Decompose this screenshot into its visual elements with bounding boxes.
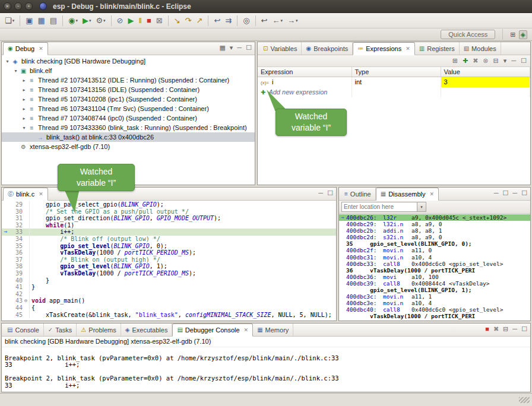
debug-view-menu-icon[interactable]: ▾ <box>230 45 233 51</box>
skip-all-breakpoints-button[interactable]: ⊘ <box>115 14 125 27</box>
expressions-view-menu-icon[interactable]: ▾ <box>504 58 507 64</box>
tab-disassembly[interactable]: ▦Disassembly✕ <box>376 188 439 201</box>
collapsed-arrow-icon[interactable]: ▸ <box>21 116 27 121</box>
tree-item[interactable]: →blink_task() at blink.c:33 0x400dbc26 <box>2 132 255 142</box>
instruction-stepping-button[interactable]: ⇉ <box>223 14 233 27</box>
back-button[interactable]: ←▾ <box>270 14 284 27</box>
remove-launch-icon[interactable]: ✖ <box>493 326 499 332</box>
tab-breakpoints[interactable]: ◉Breakpoints <box>302 42 353 55</box>
debug-perspective-icon[interactable]: ◈ <box>519 30 527 39</box>
collapsed-arrow-icon[interactable]: ▸ <box>21 97 27 102</box>
column-expression[interactable]: Expression <box>258 67 352 77</box>
tree-item[interactable]: ▸≡Thread #7 1073408744 (ipc0) (Suspended… <box>2 113 255 123</box>
maximize-icon[interactable]: ☐ <box>521 190 527 196</box>
minimize-icon[interactable]: ─ <box>237 45 242 51</box>
drop-to-frame-button[interactable]: ↩ <box>212 14 222 27</box>
tree-item[interactable]: ▸≡Thread #3 1073413156 (IDLE) (Suspended… <box>2 85 255 94</box>
tab-registers[interactable]: ▥Registers <box>415 42 460 55</box>
tree-item[interactable]: ▾◈blink checking [GDB Hardware Debugging… <box>2 56 255 66</box>
open-perspective-icon[interactable]: ⊞ <box>510 31 515 38</box>
close-icon[interactable]: ✕ <box>39 191 43 197</box>
window-maximize-button[interactable]: + <box>25 2 33 10</box>
run-button[interactable]: ▶▾ <box>81 14 93 27</box>
collapsed-arrow-icon[interactable]: ▸ <box>21 78 27 83</box>
remove-all-icon[interactable]: ⊗ <box>483 58 488 64</box>
add-watch-icon[interactable]: ✚ <box>463 58 468 64</box>
window-minimize-button[interactable]: − <box>14 2 22 10</box>
window-close-button[interactable]: ✕ <box>4 2 11 10</box>
tab-memory[interactable]: ▦Memory <box>253 323 293 336</box>
external-tools-button[interactable]: ⚙▾ <box>94 14 107 27</box>
collapse-all-icon[interactable]: ⊟ <box>493 58 499 64</box>
tab-problems[interactable]: ⚠Problems <box>77 323 121 336</box>
close-icon[interactable]: ✕ <box>244 327 249 333</box>
print-button[interactable]: ▤ <box>48 14 59 27</box>
tab-modules[interactable]: ▧Modules <box>460 42 501 55</box>
disassembly-listing[interactable]: →400dbc26:l32ra9, 0x400d045c <_stext+109… <box>339 214 530 321</box>
expanded-arrow-icon[interactable]: ▾ <box>12 68 19 74</box>
maximize-icon[interactable]: ☐ <box>502 190 508 196</box>
minimize-icon[interactable]: ─ <box>511 58 516 64</box>
terminate-console-icon[interactable]: ■ <box>485 326 489 332</box>
tree-item[interactable]: ▸≡Thread #5 1073410208 (ipc1) (Suspended… <box>2 94 255 104</box>
column-type[interactable]: Type <box>352 67 441 77</box>
collapsed-arrow-icon[interactable]: ▸ <box>21 87 27 93</box>
step-return-button[interactable]: ↗ <box>194 14 204 27</box>
close-icon[interactable]: ✕ <box>39 46 43 52</box>
tab-outline[interactable]: ≡Outline <box>340 188 376 200</box>
maximize-icon[interactable]: ☐ <box>246 45 252 51</box>
step-into-button[interactable]: ↘ <box>172 14 182 27</box>
remove-selected-icon[interactable]: ✖ <box>473 58 478 64</box>
code-editor[interactable]: 29 gpio_pad_select_gpio(BLINK_GPIO);30 /… <box>2 201 336 321</box>
minimize-icon[interactable]: ─ <box>318 190 323 196</box>
tab-tasks[interactable]: ✓Tasks <box>44 323 77 336</box>
clear-console-icon[interactable]: ⊟ <box>503 326 508 332</box>
add-expression-row[interactable]: ✚Add new expression <box>258 87 530 97</box>
step-over-button[interactable]: ↷ <box>183 14 194 27</box>
expression-row[interactable]: (x)=i int 3 <box>258 77 530 87</box>
close-icon[interactable]: ✕ <box>406 46 410 52</box>
search-button[interactable]: ◎ <box>241 14 251 27</box>
tab-executables[interactable]: ◈Executables <box>121 323 173 336</box>
debug-view-layout-icon[interactable]: ▦ <box>219 45 225 51</box>
save-button[interactable]: ▣ <box>24 14 34 27</box>
resume-button[interactable]: ▶ <box>126 14 136 27</box>
tab-expressions[interactable]: ≔Expressions✕ <box>353 42 414 55</box>
quick-access-button[interactable]: Quick Access <box>441 30 495 39</box>
tab-debug[interactable]: ◉ Debug ✕ <box>3 42 48 55</box>
forward-button[interactable]: →▾ <box>286 14 300 27</box>
tree-item[interactable]: ▾▣blink.elf <box>2 66 255 75</box>
console-output[interactable]: Breakpoint 2, blink_task (pvParameter=0x… <box>2 347 530 392</box>
debug-button[interactable]: ◉▾ <box>66 14 80 27</box>
suspend-button[interactable]: ‖ <box>137 14 144 27</box>
location-dropdown-icon[interactable]: ▾ <box>417 202 426 212</box>
minimize-icon[interactable]: ─ <box>494 190 499 196</box>
tab-blink-c[interactable]: ⓒ blink.c ✕ <box>3 188 48 201</box>
location-input[interactable] <box>341 202 417 212</box>
disconnect-button[interactable]: ⊠ <box>154 14 164 27</box>
tree-item[interactable]: ▸≡Thread #6 1073431104 (Tmr Svc) (Suspen… <box>2 104 255 113</box>
tab-variables[interactable]: ⊡Variables <box>259 42 302 55</box>
maximize-icon[interactable]: ☐ <box>521 58 527 64</box>
expanded-arrow-icon[interactable]: ▾ <box>4 59 11 64</box>
collapsed-arrow-icon[interactable]: ▸ <box>21 106 27 112</box>
fold-minus-icon[interactable]: ⊖ <box>23 297 30 304</box>
maximize-icon[interactable]: ☐ <box>521 326 527 332</box>
tab-console[interactable]: ▤Console <box>3 323 44 336</box>
new-wizard-button[interactable]: ❏▾ <box>3 14 16 27</box>
close-icon[interactable]: ✕ <box>430 191 435 197</box>
column-value[interactable]: Value <box>441 67 530 77</box>
minimize-icon[interactable]: ─ <box>512 190 517 196</box>
resize-grip[interactable] <box>519 397 530 403</box>
tree-item[interactable]: ⚙xtensa-esp32-elf-gdb (7.10) <box>2 142 255 151</box>
show-type-names-icon[interactable]: ⊞ <box>452 58 458 64</box>
tab-debugger-console[interactable]: ▤Debugger Console✕ <box>172 323 253 337</box>
last-edit-location-button[interactable]: ↩ <box>259 14 270 27</box>
maximize-icon[interactable]: ☐ <box>327 190 333 196</box>
terminate-button[interactable]: ■ <box>145 14 153 27</box>
save-all-button[interactable]: ▦ <box>36 14 46 27</box>
expanded-arrow-icon[interactable]: ▾ <box>21 125 27 131</box>
tree-item[interactable]: ▸≡Thread #2 1073413512 (IDLE : Running) … <box>2 75 255 85</box>
minimize-icon[interactable]: ─ <box>512 326 517 332</box>
tree-item[interactable]: ▾≡Thread #9 1073433360 (blink_task : Run… <box>2 123 255 132</box>
